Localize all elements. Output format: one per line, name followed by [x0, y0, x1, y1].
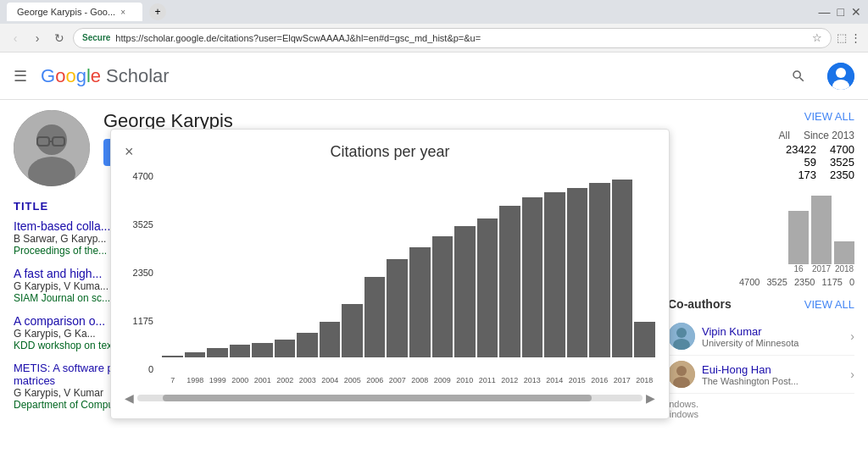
col-all-header: All: [779, 130, 790, 141]
coauthor-info: Eui-Hong Han The Washington Post...: [702, 363, 843, 386]
user-avatar[interactable]: [827, 63, 854, 90]
chart-bar[interactable]: [612, 180, 633, 357]
citations-since: 4700: [830, 143, 854, 156]
y-label-1175: 1175: [133, 316, 153, 326]
chart-bar[interactable]: [320, 322, 341, 357]
profile-image: [14, 110, 90, 186]
chart-bar[interactable]: [589, 183, 610, 357]
coauthor-info: Vipin Kumar University of Minnesota: [702, 325, 843, 348]
right-panel: VIEW ALL All Since 2013 23422 4700 59 35…: [668, 110, 854, 459]
i10-since: 2350: [830, 169, 854, 181]
chart-bar[interactable]: [230, 345, 251, 357]
bars-wrapper: [159, 171, 655, 357]
mini-label-2017: 2017: [811, 264, 832, 274]
coauthor-avatar: [668, 323, 695, 350]
x-axis-label: 2005: [342, 376, 364, 384]
back-button[interactable]: ‹: [7, 30, 24, 47]
col-since-header: Since 2013: [804, 130, 854, 141]
chart-bar[interactable]: [432, 236, 453, 357]
chart-area: [159, 171, 655, 374]
coauthor-photo: [668, 323, 695, 350]
mini-label-2018: 2018: [834, 264, 854, 274]
coauthors-header: Co-authors VIEW ALL: [668, 297, 854, 311]
chart-bar[interactable]: [499, 206, 520, 357]
y-label-3525: 3525: [133, 219, 153, 229]
refresh-button[interactable]: ↻: [51, 30, 68, 47]
extensions-icon[interactable]: ⬚: [837, 31, 847, 44]
coauthor-affiliation: University of Minnesota: [702, 338, 843, 348]
chart-bar[interactable]: [342, 304, 363, 357]
coauthor-avatar: [668, 361, 695, 388]
x-axis-label: 2006: [364, 376, 387, 384]
x-axis-label: 2003: [297, 376, 319, 384]
chart-container: 4700 3525 2350 1175 0: [125, 171, 655, 374]
chart-bar[interactable]: [275, 340, 296, 357]
browser-titlebar: George Karypis - Goo... × + — □ ✕: [0, 0, 868, 24]
minimize-button[interactable]: —: [819, 5, 831, 19]
browser-controls: ‹ › ↻ Secure https://scholar.google.de/c…: [0, 24, 868, 53]
x-axis-label: 2018: [634, 376, 656, 384]
popup-title: Citations per year: [330, 143, 449, 161]
chart-bar[interactable]: [454, 226, 476, 357]
hamburger-menu[interactable]: ☰: [14, 67, 27, 86]
url-text: https://scholar.google.de/citations?user…: [115, 33, 807, 43]
mini-bar-2017: [811, 196, 832, 264]
chart-bar[interactable]: [544, 192, 565, 357]
profile-avatar: [14, 110, 90, 186]
coauthor-item[interactable]: Eui-Hong Han The Washington Post... ›: [668, 356, 854, 394]
new-tab-button[interactable]: +: [149, 3, 166, 20]
mini-stat-3525: 3525: [766, 277, 787, 287]
x-axis-label: 2017: [611, 376, 633, 384]
coauthor-item[interactable]: Vipin Kumar University of Minnesota ›: [668, 318, 854, 356]
x-axis-label: 2013: [521, 376, 543, 384]
browser-frame: George Karypis - Goo... × + — □ ✕ ‹ › ↻ …: [0, 0, 868, 53]
search-icon: [791, 69, 806, 84]
browser-extension-icons: ⬚ ⋮: [837, 31, 861, 44]
chart-bar[interactable]: [207, 348, 228, 357]
scrollbar-thumb[interactable]: [163, 395, 593, 401]
x-axis-label: 2008: [409, 376, 431, 384]
citations-popup: × Citations per year 4700 3525 2350 1175…: [110, 129, 670, 419]
chart-bar[interactable]: [185, 352, 206, 357]
view-all-stats-link[interactable]: VIEW ALL: [668, 110, 854, 123]
chart-bar[interactable]: [477, 218, 498, 357]
hindex-all: 59: [804, 156, 816, 169]
menu-icon[interactable]: ⋮: [850, 31, 861, 44]
secure-indicator: Secure: [82, 33, 110, 42]
search-button[interactable]: [783, 61, 814, 91]
scholar-page: ☰ Google Scholar: [0, 53, 868, 470]
browser-tab[interactable]: George Karypis - Goo... ×: [7, 3, 142, 21]
forward-button[interactable]: ›: [29, 30, 46, 47]
bookmark-icon[interactable]: ☆: [812, 31, 822, 44]
scholar-header: ☰ Google Scholar: [0, 53, 868, 100]
x-axis-label: 1999: [207, 376, 229, 384]
chart-bar[interactable]: [567, 188, 588, 357]
chart-bar[interactable]: [522, 197, 543, 357]
popup-close-button[interactable]: ×: [125, 143, 134, 161]
scrollbar-track[interactable]: [137, 395, 643, 401]
coauthors-title: Co-authors: [668, 297, 732, 311]
scroll-right-arrow[interactable]: ▶: [646, 391, 655, 405]
tab-title: George Karypis - Goo...: [17, 7, 115, 17]
close-button[interactable]: ✕: [851, 5, 861, 19]
url-bar[interactable]: Secure https://scholar.google.de/citatio…: [73, 28, 832, 48]
chart-bar[interactable]: [387, 259, 408, 357]
y-label-0: 0: [148, 364, 153, 374]
svg-point-1: [836, 68, 846, 78]
chart-bar[interactable]: [634, 322, 655, 357]
coauthor-arrow-icon: ›: [850, 368, 854, 381]
mini-bar-2016: [788, 211, 809, 264]
logo-letter-g: G: [41, 65, 55, 86]
restore-button[interactable]: □: [837, 5, 844, 19]
chart-bar[interactable]: [364, 277, 386, 357]
chart-bar[interactable]: [409, 247, 431, 357]
tab-close-icon[interactable]: ×: [120, 8, 125, 17]
chart-bar[interactable]: [162, 356, 183, 357]
mini-citations-chart: [668, 188, 854, 264]
chart-bar[interactable]: [252, 343, 273, 357]
coauthor-arrow-icon: ›: [850, 329, 854, 343]
scroll-left-arrow[interactable]: ◀: [125, 391, 134, 405]
x-axis-label: 2004: [320, 376, 342, 384]
view-all-coauthors-link[interactable]: VIEW ALL: [804, 298, 854, 311]
chart-bar[interactable]: [297, 333, 318, 357]
